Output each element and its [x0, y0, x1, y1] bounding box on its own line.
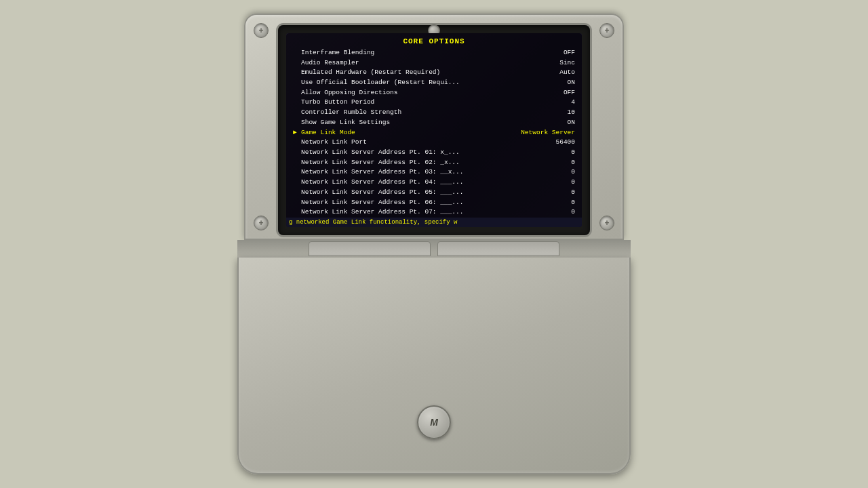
menu-arrow-14: [293, 188, 300, 198]
menu-label-16: Network Link Server Address Pt. 07: ___.…: [301, 207, 521, 218]
m-button-label: M: [430, 417, 438, 428]
menu-value-8: Network Server: [521, 128, 575, 138]
menu-arrow-9: [293, 138, 300, 148]
menu-arrow-7: [293, 118, 300, 128]
menu-label-13: Network Link Server Address Pt. 04: ___.…: [301, 178, 521, 188]
gba-top-half: CORE OPTIONS Interframe BlendingOFF Audi…: [244, 14, 624, 240]
menu-arrow-15: [293, 198, 300, 208]
menu-value-16: 0: [521, 207, 575, 218]
menu-item-10[interactable]: Network Link Server Address Pt. 01: x_..…: [292, 148, 576, 158]
screen-bezel: CORE OPTIONS Interframe BlendingOFF Audi…: [278, 25, 590, 235]
menu-label-10: Network Link Server Address Pt. 01: x_..…: [301, 148, 521, 158]
menu-label-7: Show Game Link Settings: [301, 118, 521, 128]
menu-value-9: 56400: [521, 138, 575, 148]
menu-arrow-2: [293, 68, 300, 78]
screw-top-right: [599, 23, 614, 38]
menu-item-16[interactable]: Network Link Server Address Pt. 07: ___.…: [292, 207, 576, 218]
menu-item-13[interactable]: Network Link Server Address Pt. 04: ___.…: [292, 178, 576, 188]
menu-label-14: Network Link Server Address Pt. 05: ___.…: [301, 188, 521, 198]
menu-item-7[interactable]: Show Game Link SettingsON: [292, 118, 576, 128]
status-bar: g networked Game Link functionality, spe…: [286, 218, 582, 227]
hinge-left: [309, 241, 431, 256]
menu-label-3: Use Official Bootloader (Restart Requi..…: [301, 78, 521, 88]
menu-arrow-5: [293, 98, 300, 108]
menu-value-6: 10: [521, 108, 575, 118]
menu-arrow-0: [293, 48, 300, 58]
menu-item-2[interactable]: Emulated Hardware (Restart Required)Auto: [292, 68, 576, 78]
menu-item-9[interactable]: Network Link Port56400: [292, 138, 576, 148]
menu-label-8: Game Link Mode: [301, 128, 521, 138]
menu-item-12[interactable]: Network Link Server Address Pt. 03: __x.…: [292, 167, 576, 178]
menu-arrow-1: [293, 58, 300, 68]
menu-value-10: 0: [521, 148, 575, 158]
menu-item-5[interactable]: Turbo Button Period4: [292, 98, 576, 108]
menu-arrow-3: [293, 78, 300, 88]
menu-label-2: Emulated Hardware (Restart Required): [301, 68, 521, 78]
menu-arrow-11: [293, 158, 300, 168]
menu-item-4[interactable]: Allow Opposing DirectionsOFF: [292, 88, 576, 98]
screw-bottom-left: [254, 216, 269, 230]
menu-value-2: Auto: [521, 68, 575, 78]
m-button[interactable]: M: [417, 405, 451, 439]
menu-value-11: 0: [521, 158, 575, 168]
menu-value-3: ON: [521, 78, 575, 88]
menu-item-8[interactable]: ►Game Link ModeNetwork Server: [292, 128, 576, 138]
menu-value-4: OFF: [521, 88, 575, 98]
menu-arrow-13: [293, 178, 300, 188]
menu-label-12: Network Link Server Address Pt. 03: __x.…: [301, 167, 521, 178]
menu-label-11: Network Link Server Address Pt. 02: _x..…: [301, 158, 521, 168]
menu-arrow-8: ►: [293, 128, 300, 138]
menu-value-15: 0: [521, 198, 575, 208]
menu-label-6: Controller Rumble Strength: [301, 108, 521, 118]
menu-item-0[interactable]: Interframe BlendingOFF: [292, 48, 576, 58]
menu-title: CORE OPTIONS: [292, 37, 576, 45]
menu-arrow-12: [293, 167, 300, 178]
menu-value-13: 0: [521, 178, 575, 188]
menu-label-5: Turbo Button Period: [301, 98, 521, 108]
menu-value-7: ON: [521, 118, 575, 128]
hinge: [237, 240, 631, 258]
menu-label-0: Interframe Blending: [301, 48, 521, 58]
game-screen: CORE OPTIONS Interframe BlendingOFF Audi…: [286, 33, 582, 227]
menu-label-15: Network Link Server Address Pt. 06: ___.…: [301, 198, 521, 208]
gba-device: CORE OPTIONS Interframe BlendingOFF Audi…: [244, 14, 624, 474]
menu-arrow-16: [293, 207, 300, 218]
menu-value-12: 0: [521, 167, 575, 178]
menu-item-1[interactable]: Audio ResamplerSinc: [292, 58, 576, 68]
menu-item-3[interactable]: Use Official Bootloader (Restart Requi..…: [292, 78, 576, 88]
menu-label-4: Allow Opposing Directions: [301, 88, 521, 98]
menu-arrow-6: [293, 108, 300, 118]
menu-label-9: Network Link Port: [301, 138, 521, 148]
menu-label-1: Audio Resampler: [301, 58, 521, 68]
gba-bottom-half: M: [237, 258, 631, 474]
screw-top-left: [254, 23, 269, 38]
menu-value-1: Sinc: [521, 58, 575, 68]
menu-item-14[interactable]: Network Link Server Address Pt. 05: ___.…: [292, 188, 576, 198]
menu-value-5: 4: [521, 98, 575, 108]
menu-item-11[interactable]: Network Link Server Address Pt. 02: _x..…: [292, 158, 576, 168]
menu-item-6[interactable]: Controller Rumble Strength10: [292, 108, 576, 118]
menu-value-0: OFF: [521, 48, 575, 58]
hinge-right: [437, 241, 559, 256]
menu-item-15[interactable]: Network Link Server Address Pt. 06: ___.…: [292, 198, 576, 208]
menu-arrow-4: [293, 88, 300, 98]
screw-bottom-right: [599, 216, 614, 230]
menu-overlay: CORE OPTIONS Interframe BlendingOFF Audi…: [286, 33, 582, 227]
menu-list: Interframe BlendingOFF Audio ResamplerSi…: [292, 48, 576, 218]
menu-value-14: 0: [521, 188, 575, 198]
menu-arrow-10: [293, 148, 300, 158]
